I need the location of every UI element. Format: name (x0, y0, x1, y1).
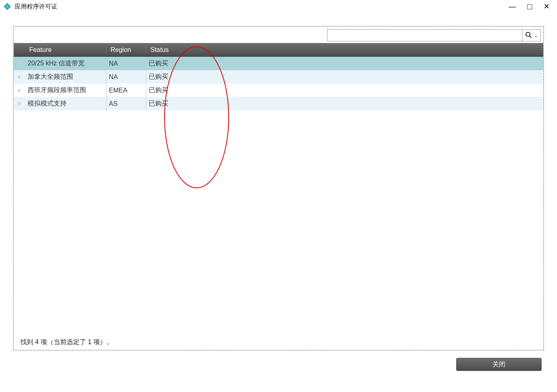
title-bar: 应用程序许可证 — □ ✕ (0, 0, 557, 13)
status-bar: 找到 4 项（当前选定了 1 项）。 (14, 336, 543, 350)
cell-feature: 西班牙频段频率范围 (25, 84, 106, 97)
header-region[interactable]: Region (106, 46, 146, 54)
table-body: 20/25 kHz 信道带宽NA已购买加拿大全频范围NA已购买西班牙频段频率范围… (14, 57, 543, 110)
table-row[interactable]: 加拿大全频范围NA已购买 (14, 70, 543, 84)
expander-icon[interactable] (14, 102, 25, 106)
cell-status: 已购买 (146, 57, 543, 70)
table-row[interactable]: 20/25 kHz 信道带宽NA已购买 (14, 57, 543, 70)
main-panel: ⌄ Feature Region Status 20/25 kHz 信道带宽NA… (13, 26, 544, 351)
cell-region: NA (106, 70, 146, 84)
expander-icon[interactable] (14, 75, 25, 79)
window-controls: — □ ✕ (509, 2, 557, 11)
svg-line-3 (530, 36, 532, 38)
search-icon (525, 31, 532, 40)
table-header: Feature Region Status (14, 43, 543, 57)
header-status[interactable]: Status (146, 46, 543, 54)
cell-feature: 模拟模式支持 (25, 97, 106, 110)
table-filler (14, 110, 543, 336)
table-row[interactable]: 西班牙频段频率范围EMEA已购买 (14, 84, 543, 97)
cell-feature: 20/25 kHz 信道带宽 (25, 57, 106, 70)
footer-row: 关闭 (0, 351, 557, 371)
table-row[interactable]: 模拟模式支持AS已购买 (14, 97, 543, 110)
minimize-button[interactable]: — (509, 2, 516, 11)
cell-region: AS (106, 97, 146, 110)
cell-region: NA (106, 57, 146, 70)
expander-icon[interactable] (14, 62, 25, 66)
search-box (327, 29, 522, 41)
close-window-button[interactable]: ✕ (544, 2, 550, 11)
svg-point-2 (526, 32, 530, 36)
cell-feature: 加拿大全频范围 (25, 70, 106, 84)
cell-status: 已购买 (146, 84, 543, 97)
maximize-button[interactable]: □ (527, 2, 532, 11)
search-button-group[interactable]: ⌄ (522, 29, 541, 41)
expander-icon[interactable] (14, 88, 25, 93)
search-row: ⌄ (14, 27, 543, 43)
app-icon (3, 2, 11, 11)
cell-status: 已购买 (146, 70, 543, 84)
cell-status: 已购买 (146, 97, 543, 110)
cell-region: EMEA (106, 84, 146, 97)
header-feature[interactable]: Feature (25, 46, 106, 54)
chevron-down-icon: ⌄ (534, 32, 538, 38)
window-title: 应用程序许可证 (15, 3, 509, 11)
close-button[interactable]: 关闭 (456, 358, 542, 371)
search-input[interactable] (327, 30, 522, 41)
